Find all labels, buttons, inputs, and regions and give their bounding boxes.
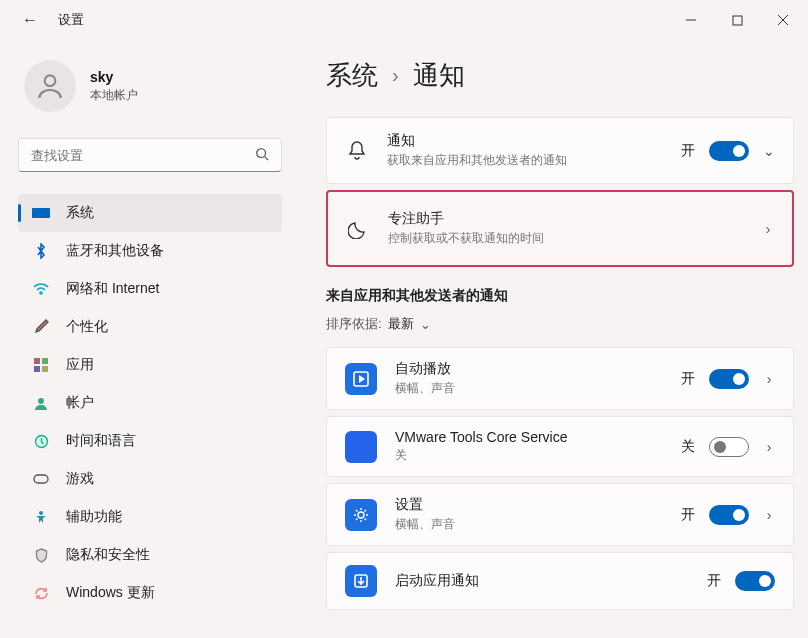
sidebar-item-label: 蓝牙和其他设备 [66, 242, 164, 260]
svg-point-16 [39, 511, 43, 515]
sort-row[interactable]: 排序依据: 最新 ⌄ [326, 315, 794, 333]
sidebar-item-label: 帐户 [66, 394, 94, 412]
app-sub: 关 [395, 447, 663, 464]
focus-assist-card[interactable]: 专注助手 控制获取或不获取通知的时间 › [326, 190, 794, 267]
settings-app-icon [345, 499, 377, 531]
app-row-startup[interactable]: 启动应用通知 开 [326, 552, 794, 610]
app-sub: 横幅、声音 [395, 380, 663, 397]
user-name: sky [90, 69, 138, 85]
notifications-toggle[interactable] [709, 141, 749, 161]
account-icon [32, 394, 50, 412]
shield-icon [32, 546, 50, 564]
sidebar-item-privacy[interactable]: 隐私和安全性 [18, 536, 282, 574]
sidebar-item-apps[interactable]: 应用 [18, 346, 282, 384]
back-button[interactable]: ← [22, 11, 38, 29]
chevron-right-icon[interactable]: › [763, 371, 775, 387]
update-icon [32, 584, 50, 602]
bluetooth-icon [32, 242, 50, 260]
card-sub: 控制获取或不获取通知的时间 [388, 230, 744, 247]
svg-rect-10 [42, 358, 48, 364]
sidebar: sky 本地帐户 系统 蓝牙和其他设备 网络和 Internet [0, 40, 298, 638]
sidebar-item-update[interactable]: Windows 更新 [18, 574, 282, 612]
sidebar-item-accessibility[interactable]: 辅助功能 [18, 498, 282, 536]
sidebar-item-label: 个性化 [66, 318, 108, 336]
app-title: VMware Tools Core Service [395, 429, 663, 445]
bell-icon [345, 139, 369, 163]
breadcrumb-current: 通知 [413, 58, 465, 93]
sidebar-item-label: 应用 [66, 356, 94, 374]
sidebar-item-system[interactable]: 系统 [18, 194, 282, 232]
card-title: 通知 [387, 132, 663, 150]
app-row-autoplay[interactable]: 自动播放 横幅、声音 开 › [326, 347, 794, 410]
app-toggle[interactable] [709, 505, 749, 525]
svg-rect-9 [34, 358, 40, 364]
sidebar-item-bluetooth[interactable]: 蓝牙和其他设备 [18, 232, 282, 270]
svg-rect-1 [733, 16, 742, 25]
sidebar-item-label: 系统 [66, 204, 94, 222]
sidebar-item-label: 网络和 Internet [66, 280, 159, 298]
window-controls [668, 4, 806, 36]
startup-icon [345, 565, 377, 597]
app-row-vmware[interactable]: VMware Tools Core Service 关 关 › [326, 416, 794, 477]
search-input[interactable] [18, 138, 282, 172]
svg-point-4 [45, 75, 56, 86]
sidebar-item-accounts[interactable]: 帐户 [18, 384, 282, 422]
chevron-down-icon[interactable]: ⌄ [763, 143, 775, 159]
app-toggle[interactable] [709, 437, 749, 457]
svg-rect-12 [42, 366, 48, 372]
chevron-right-icon[interactable]: › [763, 507, 775, 523]
chevron-right-icon: › [392, 64, 399, 87]
apps-icon [32, 356, 50, 374]
moon-icon [346, 217, 370, 241]
app-toggle[interactable] [709, 369, 749, 389]
svg-rect-15 [34, 475, 48, 483]
sidebar-item-label: 时间和语言 [66, 432, 136, 450]
app-title: 启动应用通知 [395, 572, 689, 590]
section-title: 来自应用和其他发送者的通知 [326, 287, 794, 305]
avatar [24, 60, 76, 112]
accessibility-icon [32, 508, 50, 526]
sidebar-item-label: 隐私和安全性 [66, 546, 150, 564]
autoplay-icon [345, 363, 377, 395]
breadcrumb-root[interactable]: 系统 [326, 58, 378, 93]
system-icon [32, 204, 50, 222]
app-sub: 横幅、声音 [395, 516, 663, 533]
svg-rect-7 [32, 208, 50, 218]
breadcrumb: 系统 › 通知 [326, 58, 794, 93]
svg-line-6 [265, 156, 269, 160]
chevron-down-icon: ⌄ [420, 317, 431, 332]
sidebar-item-time[interactable]: 时间和语言 [18, 422, 282, 460]
svg-point-5 [257, 148, 266, 157]
brush-icon [32, 318, 50, 336]
user-type: 本地帐户 [90, 87, 138, 104]
titlebar: ← 设置 [0, 0, 808, 40]
app-row-settings[interactable]: 设置 横幅、声音 开 › [326, 483, 794, 546]
sidebar-item-network[interactable]: 网络和 Internet [18, 270, 282, 308]
state-label: 开 [681, 506, 695, 524]
close-button[interactable] [760, 4, 806, 36]
app-toggle[interactable] [735, 571, 775, 591]
sidebar-item-label: Windows 更新 [66, 584, 155, 602]
notifications-card[interactable]: 通知 获取来自应用和其他发送者的通知 开 ⌄ [326, 117, 794, 184]
svg-rect-11 [34, 366, 40, 372]
state-label: 关 [681, 438, 695, 456]
user-block[interactable]: sky 本地帐户 [18, 60, 298, 112]
svg-point-8 [40, 292, 42, 294]
minimize-button[interactable] [668, 4, 714, 36]
app-title: 设置 [58, 11, 84, 29]
sidebar-item-label: 辅助功能 [66, 508, 122, 526]
main-content: 系统 › 通知 通知 获取来自应用和其他发送者的通知 开 ⌄ 专注助手 [298, 40, 808, 638]
sidebar-item-personalization[interactable]: 个性化 [18, 308, 282, 346]
gaming-icon [32, 470, 50, 488]
app-title: 设置 [395, 496, 663, 514]
chevron-right-icon[interactable]: › [763, 439, 775, 455]
svg-point-18 [358, 512, 364, 518]
sidebar-item-gaming[interactable]: 游戏 [18, 460, 282, 498]
nav: 系统 蓝牙和其他设备 网络和 Internet 个性化 应用 帐户 [18, 194, 298, 612]
search-field[interactable] [31, 148, 231, 163]
clock-icon [32, 432, 50, 450]
card-title: 专注助手 [388, 210, 744, 228]
maximize-button[interactable] [714, 4, 760, 36]
state-label: 开 [707, 572, 721, 590]
search-icon [255, 147, 269, 164]
